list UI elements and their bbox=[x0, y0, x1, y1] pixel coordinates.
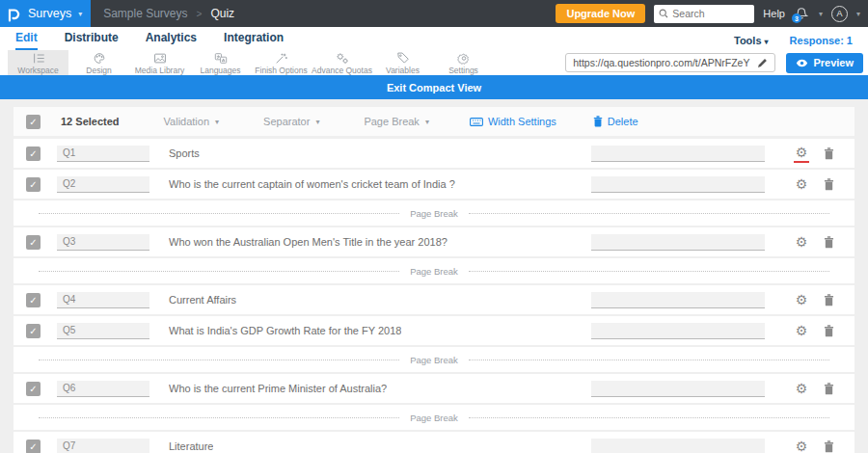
gear-icon: ⚙ bbox=[796, 381, 808, 396]
tab-variables[interactable]: Variables bbox=[372, 50, 433, 75]
tab-media-library[interactable]: Media Library bbox=[129, 50, 190, 75]
trash-icon bbox=[824, 236, 834, 249]
question-delete-button[interactable] bbox=[824, 383, 834, 395]
variables-icon bbox=[396, 52, 410, 65]
question-settings-button[interactable]: ⚙ bbox=[794, 439, 809, 453]
page-break-row: Page Break bbox=[14, 347, 854, 372]
question-delete-button[interactable] bbox=[824, 178, 834, 191]
page-break-dropdown[interactable]: Page Break▾ bbox=[364, 116, 429, 127]
question-checkbox[interactable]: ✓ bbox=[26, 177, 41, 192]
tab-finish-options[interactable]: Finish Options bbox=[251, 50, 312, 75]
trash-icon bbox=[824, 294, 834, 306]
question-value-input[interactable] bbox=[591, 292, 765, 308]
product-menu-label: Surveys bbox=[28, 7, 71, 20]
help-link[interactable]: Help bbox=[763, 8, 785, 19]
page-break-label: Page Break bbox=[399, 266, 469, 277]
search-input[interactable] bbox=[672, 8, 747, 19]
workspace-icon bbox=[32, 52, 45, 65]
gear-icon: ⚙ bbox=[796, 292, 808, 307]
settings-icon bbox=[457, 52, 471, 65]
avatar[interactable]: A bbox=[831, 6, 848, 22]
page-break-row: Page Break bbox=[14, 200, 854, 226]
question-value-input[interactable] bbox=[591, 439, 765, 453]
question-checkbox[interactable]: ✓ bbox=[26, 382, 41, 396]
tab-advance-quotas[interactable]: Advance Quotas bbox=[312, 50, 372, 75]
nav-tab-distribute[interactable]: Distribute bbox=[65, 31, 119, 50]
question-delete-button[interactable] bbox=[824, 294, 834, 306]
width-settings-icon bbox=[470, 118, 483, 126]
page-break-label: Page Break bbox=[399, 413, 469, 423]
product-menu[interactable]: Surveys ▾ bbox=[0, 0, 91, 27]
question-delete-button[interactable] bbox=[824, 147, 834, 160]
width-settings-button[interactable]: Width Settings bbox=[470, 116, 556, 127]
chevron-down-icon: ▾ bbox=[856, 10, 860, 18]
question-code-input[interactable] bbox=[57, 381, 149, 397]
trash-icon bbox=[824, 383, 834, 395]
question-workspace: ✓ 12 Selected Validation▾ Separator▾ Pag… bbox=[0, 99, 868, 453]
question-settings-button[interactable]: ⚙ bbox=[794, 292, 809, 307]
question-code-input[interactable] bbox=[57, 323, 149, 339]
tools-menu[interactable]: Tools ▾ bbox=[734, 35, 769, 46]
question-code-input[interactable] bbox=[57, 439, 149, 453]
question-settings-button[interactable]: ⚙ bbox=[794, 234, 809, 250]
survey-url: https://qa.questionpro.com/t/APNrFZeY bbox=[573, 57, 749, 68]
question-settings-button[interactable]: ⚙ bbox=[794, 381, 809, 396]
nav-tab-integration[interactable]: Integration bbox=[224, 31, 284, 50]
question-text: What is India's GDP Growth Rate for the … bbox=[169, 325, 401, 336]
question-checkbox[interactable]: ✓ bbox=[26, 235, 41, 250]
question-row: ✓Current Affairs⚙ bbox=[14, 285, 854, 314]
upgrade-now-button[interactable]: Upgrade Now bbox=[556, 4, 645, 23]
question-row: ✓What is India's GDP Growth Rate for the… bbox=[14, 316, 854, 345]
survey-url-box[interactable]: https://qa.questionpro.com/t/APNrFZeY bbox=[565, 53, 775, 72]
question-settings-button[interactable]: ⚙ bbox=[794, 323, 809, 338]
check-icon: ✓ bbox=[29, 326, 37, 336]
question-value-input[interactable] bbox=[591, 234, 765, 251]
question-value-input[interactable] bbox=[591, 176, 765, 193]
question-row: ✓Who won the Australian Open Men's Title… bbox=[14, 227, 854, 256]
check-icon: ✓ bbox=[29, 237, 37, 248]
tab-languages[interactable]: Languages bbox=[190, 50, 251, 75]
notifications-button[interactable]: 3 bbox=[794, 5, 810, 22]
edit-pencil-icon[interactable] bbox=[757, 58, 768, 68]
nav-tab-analytics[interactable]: Analytics bbox=[146, 31, 197, 50]
gear-icon: ⚙ bbox=[796, 323, 808, 338]
question-code-input[interactable] bbox=[57, 146, 149, 162]
tab-workspace[interactable]: Workspace bbox=[8, 50, 68, 75]
select-all-checkbox[interactable]: ✓ bbox=[26, 115, 41, 129]
question-code-input[interactable] bbox=[57, 292, 149, 308]
notification-badge: 3 bbox=[792, 13, 801, 23]
response-count-link[interactable]: Response: 1 bbox=[790, 35, 853, 46]
preview-button[interactable]: Preview bbox=[786, 53, 863, 73]
page-break-row: Page Break bbox=[14, 258, 854, 283]
question-value-input[interactable] bbox=[591, 381, 765, 397]
question-checkbox[interactable]: ✓ bbox=[26, 440, 41, 453]
question-value-input[interactable] bbox=[591, 146, 765, 162]
question-delete-button[interactable] bbox=[824, 236, 834, 249]
tab-settings[interactable]: Settings bbox=[433, 50, 494, 75]
trash-icon bbox=[824, 440, 834, 453]
question-checkbox[interactable]: ✓ bbox=[26, 147, 41, 161]
separator-dropdown[interactable]: Separator▾ bbox=[263, 116, 319, 127]
tab-design[interactable]: Design bbox=[68, 50, 129, 75]
question-code-input[interactable] bbox=[57, 176, 149, 193]
question-delete-button[interactable] bbox=[824, 325, 834, 337]
check-icon: ✓ bbox=[29, 295, 37, 306]
delete-button[interactable]: Delete bbox=[593, 116, 638, 127]
selected-count-label: 12 Selected bbox=[61, 116, 120, 127]
search-box[interactable] bbox=[654, 5, 754, 23]
question-delete-button[interactable] bbox=[824, 440, 834, 453]
question-checkbox[interactable]: ✓ bbox=[26, 324, 41, 338]
question-settings-button[interactable]: ⚙ bbox=[794, 145, 809, 163]
question-code-input[interactable] bbox=[57, 234, 149, 251]
exit-compact-view-bar[interactable]: Exit Compact View bbox=[0, 75, 868, 99]
question-text: Sports bbox=[169, 147, 200, 159]
question-value-input[interactable] bbox=[591, 323, 765, 339]
page-break-label: Page Break bbox=[399, 208, 469, 219]
check-icon: ✓ bbox=[29, 441, 37, 452]
breadcrumb-parent[interactable]: Sample Surveys bbox=[103, 7, 187, 20]
exit-compact-view-label: Exit Compact View bbox=[387, 82, 481, 93]
question-settings-button[interactable]: ⚙ bbox=[794, 176, 809, 192]
nav-tab-edit[interactable]: Edit bbox=[15, 31, 38, 50]
validation-dropdown[interactable]: Validation▾ bbox=[164, 116, 220, 127]
question-checkbox[interactable]: ✓ bbox=[26, 293, 41, 307]
